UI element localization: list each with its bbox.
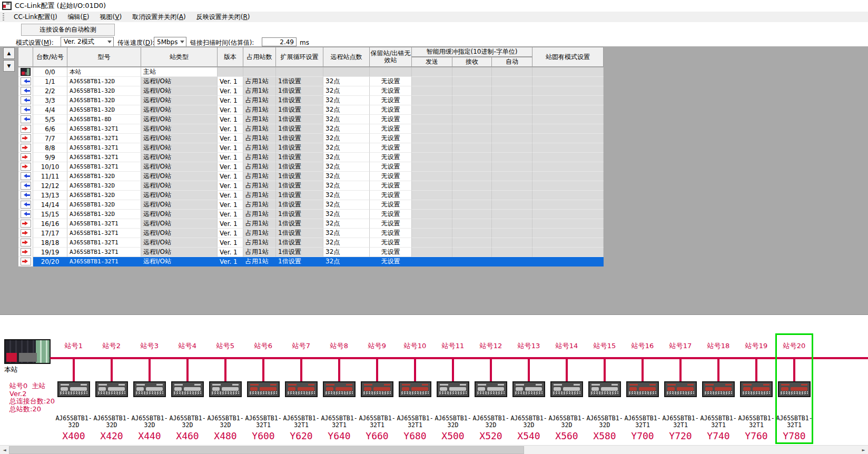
station-device-image[interactable] [740,381,773,397]
cell-stype[interactable]: 远程I/O站 [141,124,218,134]
cell-ver[interactable] [218,67,243,77]
station-device-image[interactable] [247,381,280,397]
output-station-icon[interactable] [18,134,33,143]
cell-ver[interactable]: Ver. 1 [218,257,243,267]
cell-mode[interactable] [532,200,604,210]
input-station-icon[interactable] [18,191,33,200]
cell-recv[interactable] [452,86,492,96]
cell-res[interactable]: 无设置 [370,77,412,86]
cell-pts[interactable]: 32点 [323,229,370,238]
cell-res[interactable]: 无设置 [370,134,412,143]
cell-cyc[interactable]: 1倍设置 [276,219,323,229]
cell-ver[interactable]: Ver. 1 [218,77,243,86]
cell-recv[interactable] [452,77,492,86]
cell-mode[interactable] [532,86,604,96]
cell-occ[interactable]: 占用1站 [243,105,276,115]
cell-send[interactable] [412,86,452,96]
cell-auto[interactable] [492,96,532,105]
cell-stype[interactable]: 远程I/O站 [141,143,218,153]
cell-occ[interactable]: 占用1站 [243,210,276,219]
cell-mode[interactable] [532,229,604,238]
cell-cyc[interactable]: 1倍设置 [276,143,323,153]
cell-no[interactable]: 12/12 [33,181,67,191]
cell-model[interactable]: AJ65SBTB1-32T1 [67,134,141,143]
cell-auto[interactable] [492,248,532,257]
cell-model[interactable]: AJ65SBTB1-32T1 [67,162,141,172]
cell-model[interactable]: AJ65SBTB1-32D [67,210,141,219]
cell-model[interactable]: AJ65SBTB1-32T1 [67,219,141,229]
station-device-image[interactable] [512,381,545,397]
cell-cyc[interactable] [276,67,323,77]
cell-ver[interactable]: Ver. 1 [218,191,243,200]
cell-send[interactable] [412,257,452,267]
station-device-image[interactable] [664,381,697,397]
scroll-left-icon[interactable]: ◄ [0,446,9,454]
cell-cyc[interactable]: 1倍设置 [276,124,323,134]
cell-send[interactable] [412,200,452,210]
cell-no[interactable]: 11/11 [33,172,67,181]
cell-pts[interactable]: 32点 [323,172,370,181]
cell-no[interactable]: 7/7 [33,134,67,143]
cell-mode[interactable] [532,172,604,181]
station-device-image[interactable] [475,381,507,397]
cell-no[interactable]: 9/9 [33,153,67,162]
cell-ver[interactable]: Ver. 1 [218,229,243,238]
cell-mode[interactable] [532,210,604,219]
output-station-icon[interactable] [18,162,33,172]
cell-recv[interactable] [452,210,492,219]
cell-stype[interactable]: 远程I/O站 [141,134,218,143]
toolbar-grip-icon[interactable] [3,13,4,21]
input-station-icon[interactable] [18,172,33,181]
cell-model[interactable]: AJ65SBTB1-32T1 [67,124,141,134]
cell-res[interactable]: 无设置 [370,143,412,153]
cell-res[interactable]: 无设置 [370,257,412,267]
cell-send[interactable] [412,115,452,124]
station-device-image[interactable] [133,381,166,397]
cell-pts[interactable]: 32点 [323,115,370,124]
output-station-icon[interactable] [18,229,33,238]
cell-send[interactable] [412,238,452,248]
cell-occ[interactable]: 占用1站 [243,181,276,191]
cell-occ[interactable]: 占用1站 [243,238,276,248]
cell-stype[interactable]: 远程I/O站 [141,162,218,172]
cell-recv[interactable] [452,124,492,134]
cell-res[interactable]: 无设置 [370,153,412,162]
cell-stype[interactable]: 远程I/O站 [141,219,218,229]
menu-item-4[interactable]: 反映设置并关闭(R) [191,12,255,23]
horizontal-scrollbar[interactable]: ◄ ► [0,445,868,454]
menu-item-1[interactable]: 编辑(E) [63,12,95,23]
cell-auto[interactable] [492,181,532,191]
station-device-image[interactable] [95,381,128,397]
output-station-icon[interactable] [18,143,33,153]
cell-no[interactable]: 6/6 [33,124,67,134]
cell-recv[interactable] [452,248,492,257]
cell-no[interactable]: 2/2 [33,86,67,96]
cell-stype[interactable]: 远程I/O站 [141,86,218,96]
cell-stype[interactable]: 远程I/O站 [141,115,218,124]
cell-recv[interactable] [452,153,492,162]
cell-mode[interactable] [532,124,604,134]
cell-occ[interactable]: 占用1站 [243,77,276,86]
cell-res[interactable]: 无设置 [370,238,412,248]
cell-model[interactable]: AJ65SBTB1-32T1 [67,153,141,162]
cell-mode[interactable] [532,248,604,257]
cell-pts[interactable]: 32点 [323,210,370,219]
cell-pts[interactable]: 32点 [323,153,370,162]
cell-cyc[interactable]: 1倍设置 [276,77,323,86]
cell-stype[interactable]: 远程I/O站 [141,191,218,200]
speed-select[interactable]: 5Mbps [154,37,186,47]
cell-mode[interactable] [532,67,604,77]
cell-ver[interactable]: Ver. 1 [218,115,243,124]
cell-mode[interactable] [532,96,604,105]
cell-res[interactable]: 无设置 [370,210,412,219]
cell-auto[interactable] [492,124,532,134]
cell-no[interactable]: 10/10 [33,162,67,172]
cell-cyc[interactable]: 1倍设置 [276,181,323,191]
input-station-icon[interactable] [18,77,33,86]
input-station-icon[interactable] [18,181,33,191]
cell-auto[interactable] [492,77,532,86]
cell-recv[interactable] [452,229,492,238]
cell-recv[interactable] [452,115,492,124]
cell-ver[interactable]: Ver. 1 [218,105,243,115]
cell-auto[interactable] [492,105,532,115]
